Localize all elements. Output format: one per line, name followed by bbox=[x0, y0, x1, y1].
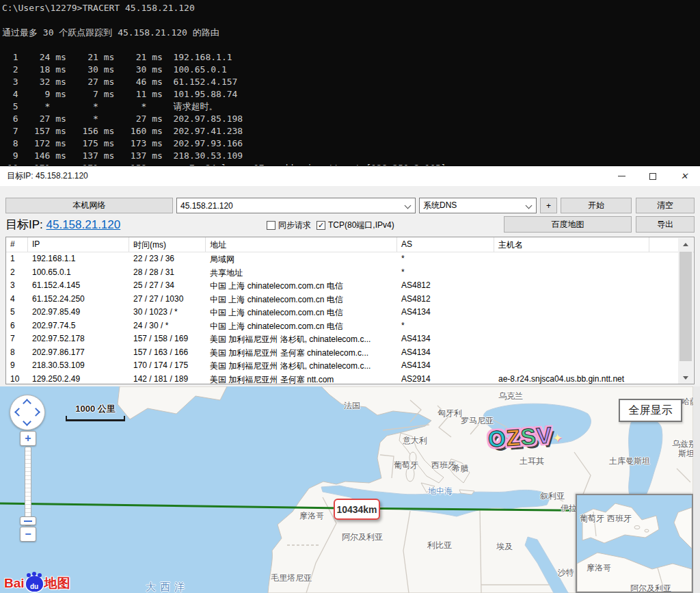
column-header[interactable]: AS bbox=[397, 237, 494, 252]
table-row[interactable]: 5202.97.85.4930 / 1023 / *中国 上海 chinatel… bbox=[6, 306, 694, 319]
table-cell: AS4134 bbox=[397, 332, 494, 346]
table-cell: 129.250.2.49 bbox=[28, 373, 129, 385]
table-cell: AS4134 bbox=[397, 306, 494, 319]
distance-badge: 10434km bbox=[334, 499, 380, 520]
table-row[interactable]: 461.152.24.25027 / 27 / 1030中国 上海 chinat… bbox=[6, 293, 694, 306]
scroll-up-icon[interactable] bbox=[683, 243, 688, 246]
console-line: 8 172 ms 175 ms 173 ms 202.97.93.166 bbox=[2, 137, 700, 150]
baidu-logo-bai: Bai bbox=[4, 576, 25, 591]
tcp-checkbox[interactable]: ✓ TCP(80端口,IPv4) bbox=[317, 220, 394, 231]
column-header[interactable]: 主机名 bbox=[494, 237, 649, 252]
checkbox-checked-icon[interactable]: ✓ bbox=[317, 221, 325, 230]
start-button[interactable]: 开始 bbox=[561, 198, 632, 213]
close-button[interactable]: ✕ bbox=[669, 166, 700, 187]
table-cell: 5 bbox=[6, 306, 28, 319]
export-button[interactable]: 导出 bbox=[636, 216, 695, 233]
table-cell: ae-8.r24.snjsca04.us.bb.gin.ntt.net bbox=[494, 373, 649, 385]
console-line: 通过最多 30 个跃点跟踪到 45.158.21.120 的路由 bbox=[2, 27, 700, 39]
table-cell bbox=[494, 252, 649, 266]
pan-left-icon[interactable] bbox=[14, 408, 23, 417]
table-row[interactable]: 7202.97.52.178157 / 158 / 169美国 加利福尼亚州 洛… bbox=[6, 332, 694, 346]
hops-table: #IP时间(ms)地址AS主机名 1192.168.1.122 / 23 / 3… bbox=[5, 237, 695, 384]
table-cell: 6 bbox=[6, 319, 28, 333]
table-cell: 中国 上海 chinatelecom.com.cn 电信 bbox=[206, 306, 397, 319]
minimize-button[interactable] bbox=[606, 166, 637, 187]
map-place-label: 西班牙 bbox=[607, 513, 632, 525]
zoom-in-button[interactable]: + bbox=[20, 431, 36, 446]
baidu-paw-icon: du bbox=[26, 576, 43, 592]
table-row[interactable]: 10129.250.2.49142 / 181 / 189美国 加利福尼亚州 圣… bbox=[6, 373, 694, 385]
checkbox-icon[interactable] bbox=[267, 221, 275, 230]
pan-right-icon[interactable] bbox=[31, 408, 40, 417]
zoom-out-button[interactable]: − bbox=[20, 527, 36, 542]
table-cell: 3 bbox=[6, 279, 28, 293]
console-line: 1 24 ms 21 ms 21 ms 192.168.1.1 bbox=[2, 51, 700, 64]
pan-up-icon[interactable] bbox=[23, 399, 31, 408]
map-place-label: 希腊 bbox=[452, 463, 468, 475]
map-scale-label: 1000 公里 bbox=[66, 403, 125, 415]
target-ip-value: 45.158.21.120 bbox=[180, 201, 233, 211]
chevron-down-icon[interactable] bbox=[526, 202, 533, 209]
maximize-button[interactable] bbox=[637, 166, 669, 187]
column-header[interactable]: 地址 bbox=[206, 237, 397, 252]
table-cell: 7 bbox=[6, 332, 28, 346]
console-line: 5 * * * 请求超时。 bbox=[2, 101, 700, 113]
column-header[interactable]: IP bbox=[28, 237, 129, 252]
table-cell: 28 / 28 / 31 bbox=[129, 266, 206, 280]
map-canvas[interactable]: 法国匈牙利罗马尼亚乌克兰意大利葡萄牙西班牙希腊土耳其地中海叙利亚伊拉克哈萨乌兹别… bbox=[0, 386, 693, 593]
tcp-checkbox-label: TCP(80端口,IPv4) bbox=[328, 220, 394, 231]
map-place-label: 土库曼斯坦 bbox=[609, 456, 650, 467]
console-line: 7 157 ms 156 ms 160 ms 202.97.41.238 bbox=[2, 125, 700, 137]
table-row[interactable]: 8202.97.86.177157 / 163 / 166美国 加利福尼亚州 圣… bbox=[6, 346, 694, 360]
table-cell: 4 bbox=[6, 293, 28, 306]
table-cell: 中国 上海 chinatelecom.com.cn 电信 bbox=[206, 319, 397, 333]
pan-down-icon[interactable] bbox=[23, 417, 31, 426]
table-cell: AS4134 bbox=[397, 359, 494, 373]
baidu-logo[interactable]: Bai du 地图 bbox=[4, 573, 70, 593]
target-ip-combobox[interactable]: 45.158.21.120 bbox=[176, 198, 416, 213]
target-ip-link[interactable]: 45.158.21.120 bbox=[46, 218, 121, 231]
table-cell: 中国 上海 chinatelecom.com.cn 电信 bbox=[206, 293, 397, 306]
table-row[interactable]: 1192.168.1.122 / 23 / 36局域网* bbox=[6, 252, 694, 266]
map-place-label: 乌克兰 bbox=[498, 391, 523, 402]
baidu-map-button[interactable]: 百度地图 bbox=[504, 216, 632, 233]
column-header[interactable]: 时间(ms) bbox=[129, 237, 206, 252]
table-row[interactable]: 6202.97.74.524 / 30 / *中国 上海 chinateleco… bbox=[6, 319, 694, 333]
local-network-button[interactable]: 本机网络 bbox=[5, 198, 173, 213]
table-cell: 25 / 27 / 34 bbox=[129, 279, 206, 293]
dns-combobox[interactable]: 系统DNS bbox=[419, 198, 537, 213]
map-pan-control[interactable] bbox=[10, 395, 45, 430]
table-cell: AS4812 bbox=[397, 279, 494, 293]
table-cell: 61.152.4.145 bbox=[28, 279, 129, 293]
add-button[interactable]: + bbox=[540, 198, 557, 213]
baidu-logo-text: 地图 bbox=[44, 575, 70, 592]
map-place-label: 匈牙利 bbox=[438, 408, 462, 419]
table-cell: 局域网 bbox=[206, 252, 397, 266]
table-scrollbar[interactable] bbox=[678, 238, 693, 384]
clear-button[interactable]: 清空 bbox=[636, 198, 695, 213]
overview-inset-map[interactable]: 葡萄牙西班牙摩洛哥阿尔及利亚 bbox=[576, 494, 693, 593]
console-line: 2 18 ms 30 ms 30 ms 100.65.0.1 bbox=[2, 64, 700, 76]
table-row[interactable]: 361.152.4.14525 / 27 / 34中国 上海 chinatele… bbox=[6, 279, 694, 293]
chevron-down-icon[interactable] bbox=[405, 202, 412, 209]
table-cell: AS2914 bbox=[397, 373, 494, 385]
table-cell: 2 bbox=[6, 266, 28, 280]
scrollbar-thumb[interactable] bbox=[679, 252, 692, 361]
table-header-row[interactable]: #IP时间(ms)地址AS主机名 bbox=[6, 237, 694, 252]
target-ip-label: 目标IP: bbox=[5, 218, 46, 231]
sync-checkbox[interactable]: 同步请求 bbox=[267, 220, 311, 231]
sticker-letter: S bbox=[520, 423, 537, 450]
zoom-slider-handle[interactable] bbox=[20, 516, 36, 525]
map-place-label: 沙特 bbox=[558, 567, 574, 579]
minimize-icon bbox=[618, 176, 625, 176]
column-header[interactable]: # bbox=[6, 237, 28, 252]
table-cell: 100.65.0.1 bbox=[28, 266, 129, 280]
ozsv-sticker: OZSV✦ bbox=[487, 417, 565, 460]
table-cell: 142 / 181 / 189 bbox=[129, 373, 206, 385]
baidu-logo-du: du bbox=[26, 583, 43, 590]
zoom-slider-track[interactable] bbox=[25, 447, 31, 526]
table-row[interactable]: 9218.30.53.109170 / 174 / 175美国 加利福尼亚州 洛… bbox=[6, 359, 694, 373]
table-row[interactable]: 2100.65.0.128 / 28 / 31共享地址* bbox=[6, 266, 694, 280]
scroll-down-icon[interactable] bbox=[683, 376, 688, 380]
fullscreen-button[interactable]: 全屏显示 bbox=[619, 399, 682, 422]
